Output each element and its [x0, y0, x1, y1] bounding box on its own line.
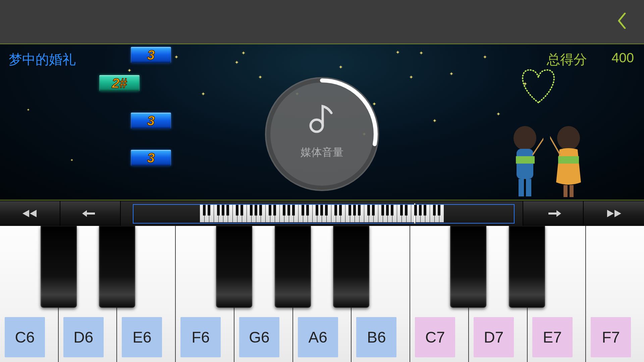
rewind-button[interactable]	[0, 201, 60, 226]
svg-point-0	[514, 126, 536, 150]
svg-rect-2	[516, 156, 535, 164]
key-label: E6	[122, 317, 162, 357]
key-label: C6	[5, 317, 45, 357]
falling-note-n3: 3	[131, 113, 171, 129]
note-fall-stage: 梦中的婚礼 总得分 400 ✦ ✦ ✦ ✦ ✦ ✦ ✦ ✦ ✦ ✦ ✦ ✦ ✦ …	[0, 44, 644, 200]
key-label: E7	[532, 317, 573, 357]
key-label: D7	[474, 317, 514, 357]
svg-rect-6	[558, 156, 579, 164]
step-left-button[interactable]	[60, 201, 121, 226]
white-key-F7[interactable]: F7	[585, 226, 644, 362]
app-root: 梦中的婚礼 总得分 400 ✦ ✦ ✦ ✦ ✦ ✦ ✦ ✦ ✦ ✦ ✦ ✦ ✦ …	[0, 0, 644, 362]
falling-note-n4: 3	[131, 150, 171, 166]
black-key-8[interactable]	[509, 226, 545, 308]
keyboard-nav-strip	[0, 200, 644, 226]
key-label: F7	[591, 317, 631, 357]
score-value: 400	[611, 50, 634, 65]
svg-rect-8	[570, 185, 574, 197]
key-label: G6	[239, 317, 279, 357]
arrow-right-icon	[543, 208, 563, 219]
keyboard-minimap[interactable]	[121, 201, 523, 226]
key-label: F6	[180, 317, 221, 357]
falling-note-n1: 3	[131, 47, 171, 63]
black-key-0[interactable]	[41, 226, 77, 308]
arrow-left-icon	[80, 208, 100, 219]
svg-point-5	[557, 126, 580, 150]
fast-forward-icon	[604, 208, 624, 219]
falling-note-n2: 2#	[99, 75, 140, 91]
white-keys-row: C6D6E6F6G6A6B6C7D7E7F7	[0, 226, 644, 362]
black-key-5[interactable]	[333, 226, 369, 308]
black-key-4[interactable]	[275, 226, 311, 308]
svg-rect-1	[517, 149, 533, 179]
key-label: C7	[415, 317, 455, 357]
piano-keyboard: C6D6E6F6G6A6B6C7D7E7F7	[0, 226, 644, 362]
key-label: B6	[356, 317, 396, 357]
black-key-1[interactable]	[99, 226, 135, 308]
step-right-button[interactable]	[523, 201, 584, 226]
child-left-art	[506, 123, 543, 200]
child-right-art	[550, 123, 587, 200]
score-label: 总得分	[547, 50, 587, 69]
black-key-7[interactable]	[450, 226, 486, 308]
key-label: D6	[63, 317, 104, 357]
back-button[interactable]	[612, 11, 632, 31]
fast-forward-button[interactable]	[584, 201, 644, 226]
black-key-3[interactable]	[216, 226, 252, 308]
song-title: 梦中的婚礼	[9, 50, 76, 69]
key-label: A6	[298, 317, 338, 357]
svg-rect-3	[519, 179, 524, 196]
svg-rect-7	[564, 185, 568, 197]
chevron-left-icon	[617, 13, 627, 29]
rewind-icon	[20, 208, 40, 219]
top-bar	[0, 0, 644, 44]
svg-rect-4	[526, 179, 531, 196]
